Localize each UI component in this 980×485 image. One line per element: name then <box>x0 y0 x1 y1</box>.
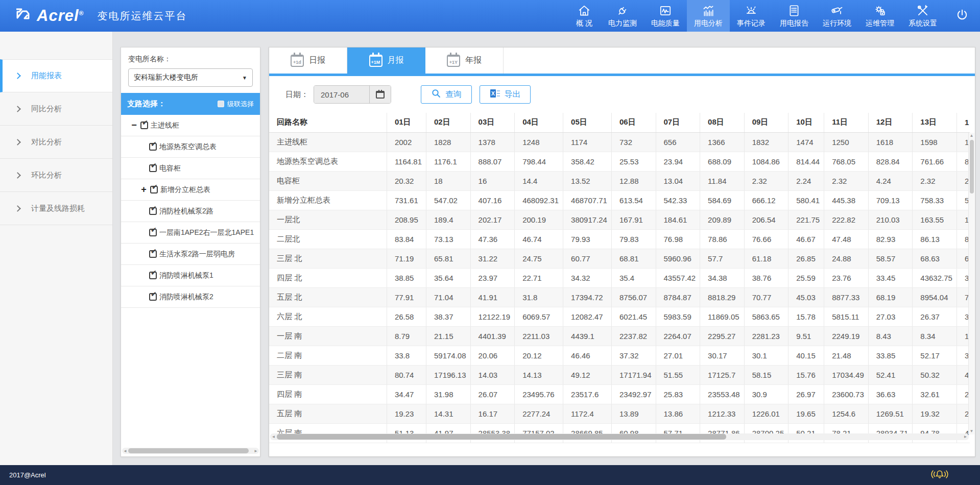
value-cell: 222.82 <box>824 210 869 229</box>
value-cell: 47.48 <box>824 229 869 249</box>
table-horizontal-scrollbar[interactable]: ◄ ► <box>270 433 969 440</box>
nav-item-event-log[interactable]: 事件记录 <box>730 0 773 32</box>
value-cell: 59174.08 <box>426 346 470 365</box>
nav-item-environment[interactable]: 运行环境 <box>816 0 858 32</box>
scroll-right-arrow-icon[interactable]: ► <box>253 449 259 453</box>
date-label: 日期： <box>285 90 308 100</box>
tab-daily-report[interactable]: +1d 日报 <box>269 47 347 74</box>
value-cell: 4.24 <box>868 171 913 190</box>
nav-item-ops-management[interactable]: 运维管理 <box>858 0 901 32</box>
value-cell: 768.05 <box>824 152 869 171</box>
value-cell: 2237.82 <box>611 326 656 346</box>
nav-item-overview[interactable]: 概 况 <box>567 0 601 32</box>
nav-item-power-quality[interactable]: 电能质量 <box>644 0 687 32</box>
search-icon <box>431 88 441 101</box>
value-cell: 22.71 <box>515 268 563 287</box>
value-cell: 23600.73 <box>824 384 869 404</box>
value-cell: 34.32 <box>563 268 612 287</box>
sidebar-item-line-loss[interactable]: 计量及线路损耗 <box>0 192 112 225</box>
checked-checkbox-icon[interactable] <box>149 250 157 258</box>
checked-checkbox-icon[interactable] <box>149 143 157 151</box>
tree-node[interactable]: − 主进线柜 <box>121 115 260 136</box>
export-button[interactable]: X 导出 <box>480 85 531 104</box>
sidebar-item-yoy-analysis[interactable]: 同比分析 <box>0 92 112 126</box>
value-cell: 47.36 <box>470 229 515 249</box>
scroll-down-arrow-icon[interactable]: ▼ <box>970 428 974 434</box>
scroll-left-arrow-icon[interactable]: ◄ <box>122 449 128 453</box>
table-row: 二层 南33.859174.0820.0620.1246.4637.3227.0… <box>269 346 970 365</box>
scroll-left-arrow-icon[interactable]: ◄ <box>270 434 277 439</box>
tree-node[interactable]: 地源热泵空调总表 <box>121 136 260 158</box>
circuit-name-cell: 一层 南 <box>269 326 387 346</box>
value-cell: 1212.33 <box>700 404 745 423</box>
column-header-day: 05日 <box>563 113 612 132</box>
value-cell: 23517.6 <box>563 384 612 404</box>
calendar-day-icon: +1d <box>291 55 304 67</box>
scroll-up-arrow-icon[interactable]: ▲ <box>970 133 974 139</box>
plus-expander-icon[interactable]: + <box>140 186 148 193</box>
tree-node[interactable]: 消防喷淋机械泵1 <box>121 265 260 286</box>
value-cell: 1172.4 <box>563 404 612 423</box>
date-input[interactable]: 2017-06 <box>314 86 369 103</box>
cascade-select-checkbox[interactable]: 级联选择 <box>218 100 254 109</box>
scrollbar-thumb[interactable] <box>277 434 726 440</box>
nav-item-system-settings[interactable]: 系统设置 <box>901 0 944 32</box>
circuit-name-cell: 五层 南 <box>269 404 387 423</box>
value-cell: 5983.59 <box>656 307 700 326</box>
value-cell: 11.84 <box>700 171 745 190</box>
tree-node[interactable]: 消防栓机械泵2路 <box>121 201 260 222</box>
sidebar-item-energy-report[interactable]: 用能报表 <box>0 59 112 92</box>
tree-node[interactable]: 一层南1APE2右一层北1APE1 <box>121 222 260 244</box>
nav-item-usage-analysis[interactable]: 用电分析 <box>687 0 730 32</box>
checked-checkbox-icon[interactable] <box>149 293 157 301</box>
checked-checkbox-icon[interactable] <box>150 186 158 193</box>
sidebar-item-mom-analysis[interactable]: 环比分析 <box>0 159 112 192</box>
nav-item-power-monitor[interactable]: 电力监测 <box>601 0 644 32</box>
station-select[interactable]: 安科瑞新大楼变电所 ▼ <box>128 68 253 87</box>
checked-checkbox-icon[interactable] <box>140 122 148 129</box>
value-cell: 828.84 <box>868 152 913 171</box>
acrel-logo-icon <box>13 7 32 25</box>
value-cell: 68.81 <box>611 249 656 268</box>
checked-checkbox-icon[interactable] <box>149 272 157 279</box>
checked-checkbox-icon[interactable] <box>149 207 157 215</box>
circuit-name-cell: 六层 北 <box>269 307 387 326</box>
value-cell: 76.66 <box>744 229 788 249</box>
tree-node[interactable]: 消防喷淋机械泵2 <box>121 286 260 308</box>
tree-node[interactable]: + 新增分立柜总表 <box>121 179 260 201</box>
logo: Acrel® 变电所运维云平台 <box>0 7 187 25</box>
value-cell: 50.32 <box>913 365 957 384</box>
value-cell: 31.98 <box>426 384 470 404</box>
circuit-name-cell: 五层 北 <box>269 287 387 307</box>
tab-yearly-report[interactable]: +1Y 年报 <box>425 47 504 74</box>
value-cell: 26.37 <box>913 307 957 326</box>
value-cell: 2281.23 <box>744 326 788 346</box>
value-cell: 8954.04 <box>913 287 957 307</box>
query-button[interactable]: 查询 <box>421 85 472 104</box>
sidebar-item-compare-analysis[interactable]: 对比分析 <box>0 126 112 159</box>
logout-power-button[interactable] <box>944 0 980 32</box>
table-vertical-scrollbar[interactable]: ▲ ▼ <box>968 133 974 434</box>
date-picker-button[interactable] <box>369 86 391 103</box>
notification-bell-icon[interactable] <box>931 469 948 481</box>
checked-checkbox-icon[interactable] <box>149 229 157 236</box>
value-cell: 60.77 <box>563 249 612 268</box>
table-row: 电容柜20.32181614.413.5212.8813.0411.842.32… <box>269 171 970 190</box>
nav-item-usage-report[interactable]: 用电报告 <box>773 0 816 32</box>
tree-node[interactable]: 生活水泵2路一层弱电房 <box>121 244 260 265</box>
checked-checkbox-icon[interactable] <box>149 164 157 172</box>
value-cell: 14.03 <box>470 365 515 384</box>
value-cell: 26.07 <box>470 384 515 404</box>
column-header-day: 1 <box>957 113 970 132</box>
scrollbar-thumb[interactable] <box>970 140 974 193</box>
tab-monthly-report[interactable]: +1M 月报 <box>347 47 425 74</box>
value-cell: 58.57 <box>868 249 913 268</box>
table-row: 四层 南34.4731.9826.0723495.7623517.623492.… <box>269 384 970 404</box>
scroll-right-arrow-icon[interactable]: ► <box>962 434 969 439</box>
tree-node[interactable]: 电容柜 <box>121 158 260 179</box>
tree-horizontal-scrollbar[interactable]: ◄ ► <box>122 448 259 454</box>
value-cell: 206.54 <box>744 210 788 229</box>
minus-expander-icon[interactable]: − <box>130 122 138 129</box>
scrollbar-thumb[interactable] <box>128 448 249 453</box>
main-nav: 概 况 电力监测 电能质量 用电分析 事件记录 用电报告 运行环境 运维管理 <box>567 0 980 32</box>
